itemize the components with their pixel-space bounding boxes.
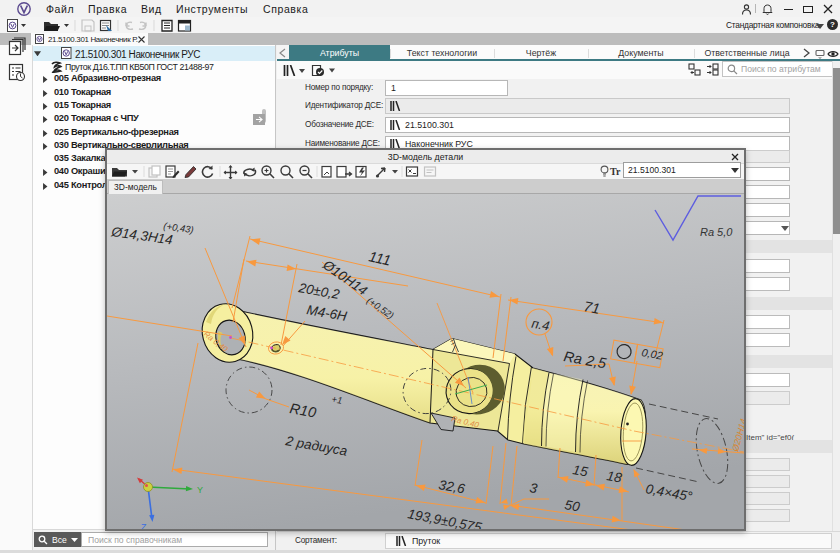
svg-text:?: ?	[830, 20, 835, 29]
svg-text:п.4: п.4	[530, 316, 550, 334]
svg-text:15: 15	[571, 462, 589, 479]
svg-text:+1: +1	[331, 393, 344, 406]
svg-text:50: 50	[563, 497, 581, 514]
svg-text:Z: Z	[141, 522, 147, 529]
svg-text:Y: Y	[197, 485, 203, 495]
svg-text:Ra 5,0: Ra 5,0	[700, 226, 733, 238]
svg-text:71: 71	[582, 298, 601, 317]
svg-text:18: 18	[605, 468, 623, 485]
